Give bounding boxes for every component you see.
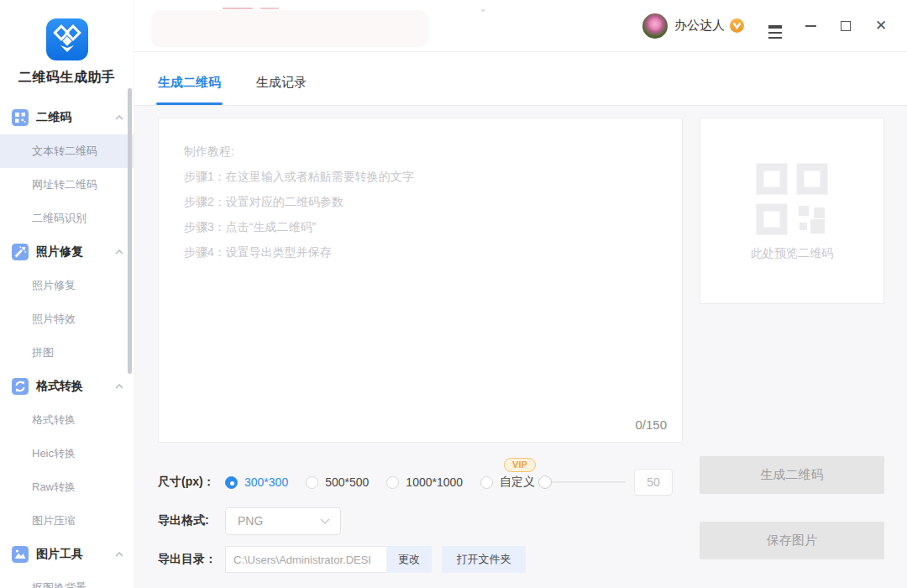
sidebar-item-cutout-background[interactable]: 抠图换背景 (0, 571, 134, 588)
preview-placeholder-text: 此处预览二维码 (751, 246, 833, 261)
sidebar-item-photo-repair[interactable]: 照片修复 (0, 269, 134, 302)
sidebar-item-label: 网址转二维码 (32, 177, 97, 192)
radio-label: 自定义 (500, 475, 535, 490)
sidebar-item-label: Heic转换 (32, 446, 76, 461)
radio-label: 300*300 (244, 475, 288, 489)
titlebar: 办公达人 ✕ (134, 0, 907, 52)
sidebar-section-image-tools[interactable]: 图片工具 (0, 538, 134, 571)
radio-label: 500*500 (325, 475, 369, 489)
sidebar-item-qr-recognize[interactable]: 二维码识别 (0, 202, 134, 235)
text-input-area[interactable]: 制作教程: 步骤1：在这里输入或者粘贴需要转换的文字 步骤2：设置对应的二维码参… (158, 118, 683, 443)
vip-gem-icon (730, 18, 744, 33)
sidebar-section-label: 图片工具 (36, 547, 115, 562)
sidebar-section-photo-repair[interactable]: 照片修复 (0, 235, 134, 269)
size-option-300[interactable]: 300*300 (225, 475, 288, 489)
placeholder-line: 步骤2：设置对应的二维码参数 (184, 189, 657, 214)
sidebar-item-url-to-qr[interactable]: 网址转二维码 (0, 168, 134, 202)
minimize-button[interactable] (793, 9, 828, 43)
size-option-1000[interactable]: 1000*1000 (386, 475, 463, 489)
radio-icon[interactable] (306, 476, 318, 489)
banner-artifact (151, 10, 428, 47)
custom-size-slider[interactable] (538, 475, 626, 489)
sidebar-item-heic-convert[interactable]: Heic转换 (0, 437, 134, 470)
menu-button[interactable] (758, 9, 793, 43)
sidebar-section-format-convert[interactable]: 格式转换 (0, 370, 134, 403)
placeholder-line: 步骤3：点击“生成二维码” (184, 214, 657, 239)
directory-row: 导出目录： 更改 打开文件夹 (158, 545, 683, 574)
save-image-button[interactable]: 保存图片 (700, 522, 884, 559)
sidebar-item-label: 照片特效 (32, 312, 76, 327)
app-window: 二维码生成助手 二维码 文本转二维码 网址转二维码 二维码识别 (0, 0, 907, 588)
size-row: 尺寸(px)： 300*300 500*500 1000*1000 (158, 468, 683, 496)
main-area: 办公达人 ✕ 生成二维码 生成记录 制作教程: 步骤1：在这里输入或者粘贴需要转… (134, 0, 907, 588)
sidebar-section-qrcode[interactable]: 二维码 (0, 101, 134, 134)
sidebar-section-label: 二维码 (36, 110, 115, 125)
size-option-500[interactable]: 500*500 (306, 475, 369, 489)
sidebar-item-raw-convert[interactable]: Raw转换 (0, 470, 134, 504)
size-radio-group: 300*300 500*500 1000*1000 VIP (225, 475, 538, 490)
export-directory-input[interactable] (225, 546, 386, 573)
sidebar-scrollbar[interactable] (128, 88, 132, 374)
change-directory-button[interactable]: 更改 (386, 546, 432, 573)
image-icon (12, 546, 29, 563)
tab-history[interactable]: 生成记录 (256, 75, 307, 105)
placeholder-line: 步骤1：在这里输入或者粘贴需要转换的文字 (184, 164, 657, 189)
sidebar-item-label: 图片压缩 (32, 513, 76, 528)
chevron-up-icon (115, 384, 123, 389)
sidebar-item-photo-effects[interactable]: 照片特效 (0, 302, 134, 336)
qr-grid-icon (12, 109, 29, 126)
custom-size-input[interactable] (634, 469, 673, 496)
radio-icon[interactable] (225, 476, 238, 489)
tab-bar: 生成二维码 生成记录 (134, 52, 907, 106)
chevron-down-icon (320, 518, 330, 524)
sidebar-item-label: 拼图 (32, 345, 54, 360)
sidebar-item-label: Raw转换 (32, 480, 76, 495)
radio-icon[interactable] (480, 476, 493, 489)
radio-icon[interactable] (386, 476, 399, 489)
banner-artifact (260, 8, 279, 9)
format-select-value: PNG (238, 514, 320, 528)
user-account[interactable]: 办公达人 (642, 13, 744, 39)
chevron-up-icon (115, 552, 123, 557)
sidebar-nav: 二维码 文本转二维码 网址转二维码 二维码识别 照片修复 照片修复 照片特效 (0, 101, 134, 588)
sidebar-item-format-convert[interactable]: 格式转换 (0, 403, 134, 437)
sidebar-item-image-compress[interactable]: 图片压缩 (0, 504, 134, 538)
sidebar-item-label: 文本转二维码 (32, 144, 97, 159)
placeholder-line: 步骤4：设置导出类型并保存 (184, 239, 657, 265)
generate-qr-button[interactable]: 生成二维码 (700, 456, 884, 494)
sidebar-section-label: 照片修复 (36, 244, 115, 260)
qr-placeholder-icon (753, 160, 831, 238)
banner-artifact (223, 8, 253, 9)
directory-label: 导出目录： (158, 552, 225, 567)
chevron-up-icon (115, 115, 123, 120)
content: 制作教程: 步骤1：在这里输入或者粘贴需要转换的文字 步骤2：设置对应的二维码参… (134, 106, 907, 588)
close-button[interactable]: ✕ (863, 9, 899, 43)
size-label: 尺寸(px)： (158, 475, 225, 490)
sidebar-item-collage[interactable]: 拼图 (0, 336, 134, 370)
format-label: 导出格式: (158, 513, 225, 528)
magic-wand-icon (12, 244, 29, 260)
slider-handle[interactable] (538, 475, 552, 489)
placeholder-line: 制作教程: (184, 139, 657, 164)
qr-preview-panel: 此处预览二维码 (700, 118, 884, 304)
sidebar-item-label: 格式转换 (32, 412, 76, 428)
sidebar-item-label: 二维码识别 (32, 211, 87, 226)
size-option-custom[interactable]: VIP 自定义 (480, 475, 535, 490)
char-counter: 0/150 (635, 417, 667, 432)
sidebar-item-text-to-qr[interactable]: 文本转二维码 (0, 134, 134, 168)
sidebar-header: 二维码生成助手 (0, 0, 134, 101)
slider-track[interactable] (552, 481, 626, 483)
chevron-up-icon (115, 249, 123, 255)
username: 办公达人 (674, 18, 725, 34)
sidebar-section-label: 格式转换 (36, 379, 115, 394)
vip-badge: VIP (504, 458, 536, 472)
maximize-button[interactable] (828, 9, 863, 43)
avatar[interactable] (642, 13, 668, 39)
sidebar-item-label: 抠图换背景 (32, 580, 87, 588)
format-select[interactable]: PNG (225, 507, 341, 535)
banner-artifact (481, 9, 485, 12)
tab-generate-qr[interactable]: 生成二维码 (158, 75, 221, 105)
sidebar-item-label: 照片修复 (32, 278, 76, 293)
open-folder-button[interactable]: 打开文件夹 (442, 546, 526, 573)
left-column: 制作教程: 步骤1：在这里输入或者粘贴需要转换的文字 步骤2：设置对应的二维码参… (158, 118, 683, 588)
